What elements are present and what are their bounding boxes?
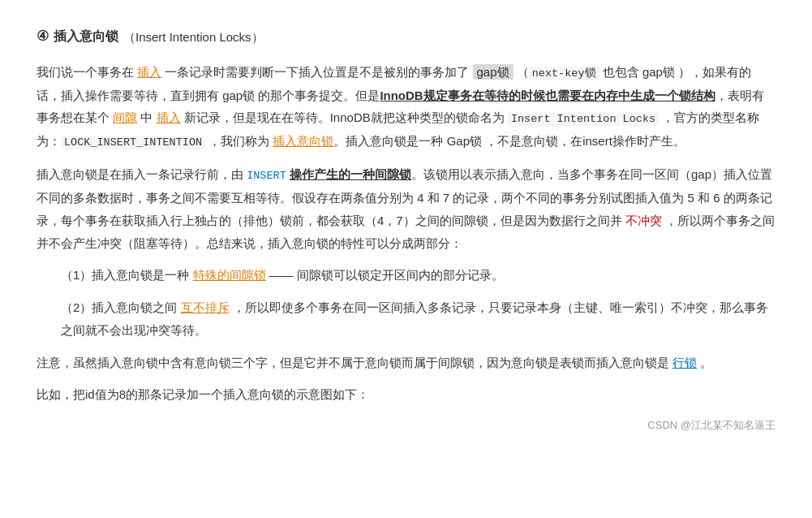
article-container: ④ 插入意向锁 （Insert Intention Locks） 我们说一个事务…	[24, 16, 788, 443]
section-icon-num: ④	[37, 24, 49, 50]
note-text-1: 注意，虽然插入意向锁中含有意向锁三个字，但是它并不属于意向锁而属于间隙锁，因为意…	[37, 356, 672, 369]
point1-suffix: —— 间隙锁可以锁定开区间内的部分记录。	[266, 268, 504, 282]
point2-prefix: （2）插入意向锁之间	[61, 300, 181, 314]
p1-text-4: 也包含	[599, 65, 642, 79]
p1-bold-text: InnoDB规定事务在等待的时候也需要在内存中生成一个锁结构	[380, 88, 715, 102]
section-title: ④ 插入意向锁 （Insert Intention Locks）	[37, 24, 775, 50]
note-row-lock-link[interactable]: 行锁	[672, 356, 697, 369]
point2-link[interactable]: 互不排斥	[181, 300, 230, 314]
p2-text-1: 插入意向锁是在插入一条记录行前，由	[37, 167, 247, 181]
p1-text-9: 。插入意向锁是一种 Gap锁 ，不是意向锁，在insert操作时产生。	[333, 134, 685, 148]
p2-no-conflict: 不冲突	[625, 214, 662, 227]
p1-lock-type-code: LOCK_INSERT_INTENTION	[61, 136, 205, 149]
p1-text-8: ，我们称为	[205, 134, 273, 148]
paragraph-1: 我们说一个事务在 插入 一条记录时需要判断一下插入位置是不是被别的事务加了 ga…	[37, 61, 775, 154]
footer-text: CSDN @江北某不知名逼王	[647, 419, 775, 431]
point-1: （1）插入意向锁是一种 特殊的间隙锁 —— 间隙锁可以锁定开区间内的部分记录。	[61, 264, 775, 287]
point1-prefix: （1）插入意向锁是一种	[61, 268, 193, 282]
p1-gap-label: gap锁	[473, 64, 513, 80]
point1-link[interactable]: 特殊的间隙锁	[193, 268, 266, 282]
p1-link-insert1[interactable]: 插入	[137, 65, 161, 79]
p1-nextkey-code: next-key锁	[529, 67, 599, 80]
example-text: 比如，把id值为8的那条记录加一个插入意向锁的示意图如下：	[37, 387, 369, 401]
p1-iil-link[interactable]: 插入意向锁	[273, 134, 333, 148]
point-2-block: （2）插入意向锁之间 互不排斥 ，所以即使多个事务在同一区间插入多条记录，只要记…	[37, 296, 775, 342]
paragraph-note: 注意，虽然插入意向锁中含有意向锁三个字，但是它并不属于意向锁而属于间隙锁，因为意…	[37, 352, 775, 374]
point-1-block: （1）插入意向锁是一种 特殊的间隙锁 —— 间隙锁可以锁定开区间内的部分记录。	[37, 264, 775, 287]
section-en-title: （Insert Intention Locks）	[123, 26, 264, 48]
paragraph-2: 插入意向锁是在插入一条记录行前，由 INSERT 操作产生的一种间隙锁。该锁用以…	[37, 163, 775, 254]
note-text-2: 。	[697, 356, 712, 369]
p1-text-start: 我们说一个事务在	[37, 65, 137, 79]
paragraph-example: 比如，把id值为8的那条记录加一个插入意向锁的示意图如下：	[37, 383, 775, 406]
p1-iil-code: Insert Intention Locks	[508, 112, 659, 126]
csdn-footer: CSDN @江北某不知名逼王	[37, 416, 775, 434]
p2-gap-lock-label: 操作产生的一种间隙锁	[290, 167, 411, 181]
p1-gap2: gap锁	[642, 65, 675, 79]
p1-text-2: 一条记录时需要判断一下插入位置是不是被别的事务加了	[161, 65, 472, 79]
p1-text-3: （	[513, 65, 529, 79]
section-cn-title: 插入意向锁	[54, 25, 118, 49]
point-2: （2）插入意向锁之间 互不排斥 ，所以即使多个事务在同一区间插入多条记录，只要记…	[61, 296, 775, 342]
p2-insert-code: INSERT	[247, 170, 286, 182]
p1-insert-link[interactable]: 插入	[157, 110, 181, 124]
p1-gap-link[interactable]: 间隙	[113, 110, 137, 124]
